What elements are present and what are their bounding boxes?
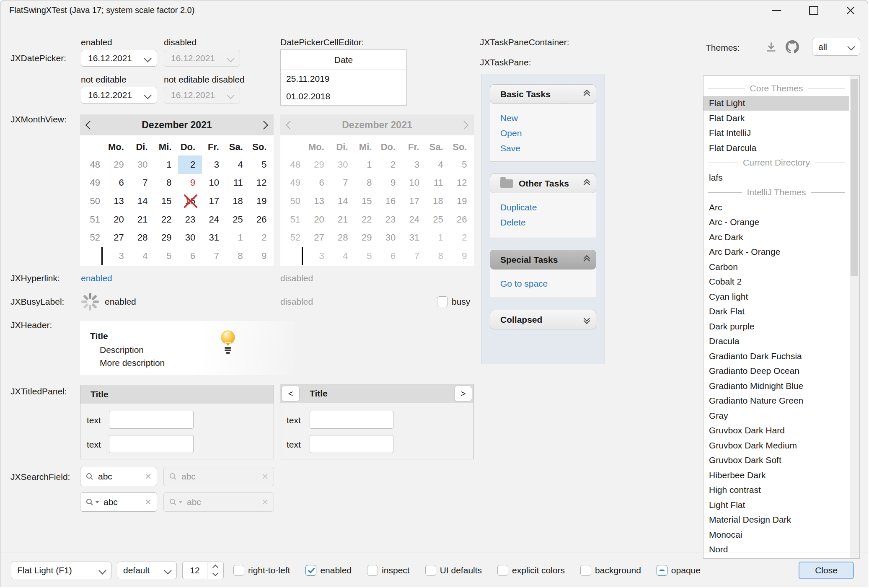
calendar-day-cell[interactable]: 30 [131, 155, 155, 174]
calendar-day-cell[interactable]: 26 [250, 210, 274, 229]
titled-panel-prev-button[interactable]: < [282, 386, 300, 401]
text-input[interactable] [109, 411, 194, 429]
checkbox-item-background[interactable]: background [580, 565, 641, 576]
close-button[interactable]: Close [799, 562, 854, 579]
calendar-day-cell[interactable]: 15 [155, 192, 178, 210]
themes-list[interactable]: Core ThemesFlat LightFlat DarkFlat Intel… [703, 75, 860, 559]
calendar-day-cell[interactable]: 21 [131, 210, 155, 229]
datepicker-dropdown-button[interactable] [138, 50, 157, 66]
monthview-enabled[interactable]: Dezember 2021 Mo.Di.Mi.Do.Fr.Sa.So.48293… [80, 114, 274, 266]
calendar-day-cell[interactable]: 18 [226, 192, 250, 210]
calendar-day-cell[interactable]: 5 [250, 155, 274, 174]
calendar-day-cell[interactable]: 4 [131, 247, 155, 265]
search-field-menu-enabled[interactable]: abc ✕ [80, 492, 157, 512]
theme-list-item[interactable]: Gruvbox Dark Soft [703, 453, 849, 468]
maximize-button[interactable] [800, 0, 828, 21]
calendar-day-cell[interactable]: 25 [226, 210, 250, 229]
theme-list-item[interactable]: High contrast [703, 483, 849, 498]
checkbox[interactable] [657, 565, 667, 576]
theme-list-item[interactable]: Gruvbox Dark Medium [703, 438, 849, 453]
taskpane-group-header[interactable]: Other Tasks [490, 174, 596, 193]
calendar-day-cell[interactable]: 12 [250, 174, 274, 192]
theme-list-item[interactable]: Flat Darcula [703, 140, 849, 155]
text-input[interactable] [310, 435, 393, 453]
calendar-day-cell[interactable]: 30 [178, 228, 202, 247]
theme-list-item[interactable]: Cobalt 2 [703, 275, 849, 290]
calendar-day-cell[interactable]: 6 [107, 174, 131, 192]
font-size-spinner[interactable]: 12 [182, 562, 224, 579]
calendar-day-cell[interactable]: 31 [202, 228, 226, 247]
hyperlink-enabled[interactable]: enabled [81, 273, 112, 283]
calendar-day-cell[interactable]: 13 [107, 192, 131, 210]
theme-list-item[interactable]: Light Flat [703, 497, 849, 513]
checkbox[interactable] [497, 565, 508, 576]
checkbox-item-opaque[interactable]: opaque [657, 565, 701, 576]
calendar-day-cell[interactable]: 4 [226, 155, 250, 174]
calendar-day-cell[interactable]: 29 [107, 155, 131, 174]
close-window-button[interactable] [837, 0, 864, 21]
calendar-day-cell[interactable]: 1 [226, 228, 250, 247]
search-value[interactable]: abc [94, 471, 145, 482]
calendar-day-cell[interactable]: 1 [155, 155, 178, 174]
taskpane-link[interactable]: Delete [500, 217, 596, 228]
table-header-date[interactable]: Date [281, 50, 406, 70]
text-input[interactable] [109, 435, 194, 453]
calendar-day-cell[interactable]: 2 [250, 228, 274, 247]
taskpane-group-header[interactable]: Special Tasks [490, 250, 596, 269]
calendar-day-cell[interactable]: 24 [202, 210, 226, 229]
taskpane-link[interactable]: Save [500, 143, 596, 154]
datepicker-enabled[interactable]: 16.12.2021 [81, 50, 157, 67]
calendar-day-cell[interactable]: 10 [202, 174, 226, 192]
checkbox-item-right-to-left[interactable]: right-to-left [233, 565, 290, 576]
celleditor-table[interactable]: Date 25.11.2019 01.02.2018 [280, 49, 407, 106]
minimize-button[interactable] [763, 0, 790, 21]
calendar-day-cell[interactable]: 9 [250, 247, 274, 265]
calendar-day-cell[interactable]: 5 [155, 247, 178, 265]
theme-list-item[interactable]: Arc [703, 200, 849, 215]
theme-list-item[interactable]: Gradianto Midnight Blue [703, 378, 849, 394]
theme-list-item[interactable]: Cyan light [703, 289, 849, 304]
busy-checkbox[interactable] [437, 296, 448, 307]
theme-list-item[interactable]: Hiberbee Dark [703, 468, 849, 483]
busy-checkbox-item[interactable]: busy [437, 296, 470, 307]
theme-list-item[interactable]: Carbon [703, 259, 849, 275]
themes-scrollbar[interactable] [850, 76, 859, 558]
spinner-buttons[interactable] [207, 562, 223, 579]
calendar-day-cell[interactable]: 3 [202, 155, 226, 174]
prev-month-icon[interactable] [85, 120, 94, 129]
theme-list-item[interactable]: lafs [703, 170, 849, 185]
calendar-day-cell[interactable]: 22 [155, 210, 178, 229]
theme-list-item[interactable]: Flat Light [703, 96, 849, 111]
calendar-day-cell[interactable]: 8 [155, 174, 178, 192]
checkbox-item-inspect[interactable]: inspect [367, 565, 410, 576]
table-row[interactable]: 01.02.2018 [281, 88, 406, 105]
taskpane-group-header[interactable]: Collapsed [490, 310, 596, 329]
theme-list-item[interactable]: Arc - Orange [703, 215, 849, 230]
calendar-day-cell[interactable]: 8 [226, 247, 250, 265]
calendar-day-cell[interactable]: 11 [226, 174, 250, 192]
collapse-chevron-icon[interactable] [585, 256, 589, 263]
calendar-day-cell[interactable]: 19 [250, 192, 274, 210]
clear-icon[interactable]: ✕ [145, 471, 152, 482]
next-month-icon[interactable] [259, 120, 268, 129]
theme-list-item[interactable]: Nord [703, 542, 849, 557]
collapse-chevron-icon[interactable] [585, 180, 589, 187]
text-input[interactable] [310, 411, 393, 429]
themes-filter-combobox[interactable]: all [812, 38, 860, 56]
checkbox-item-ui-defaults[interactable]: UI defaults [425, 565, 482, 576]
calendar-day-cell[interactable]: 20 [107, 210, 131, 229]
theme-list-item[interactable]: Material Design Dark [703, 513, 849, 528]
taskpane-link[interactable]: Open [500, 128, 596, 139]
calendar-day-cell[interactable]: 3 [107, 247, 131, 265]
checkbox[interactable] [580, 565, 591, 576]
theme-list-item[interactable]: Flat Dark [703, 111, 849, 126]
theme-list-item[interactable]: Gradianto Nature Green [703, 394, 849, 409]
checkbox[interactable] [305, 565, 316, 576]
taskpane-link[interactable]: Duplicate [500, 202, 596, 213]
calendar-day-cell[interactable]: 29 [155, 228, 178, 247]
calendar-day-cell[interactable]: 6 [178, 247, 202, 265]
calendar-day-cell[interactable]: 28 [131, 228, 155, 247]
theme-list-item[interactable]: Dark Flat [703, 304, 849, 319]
calendar-day-cell[interactable]: 7 [202, 247, 226, 265]
checkbox-item-enabled[interactable]: enabled [305, 565, 352, 576]
